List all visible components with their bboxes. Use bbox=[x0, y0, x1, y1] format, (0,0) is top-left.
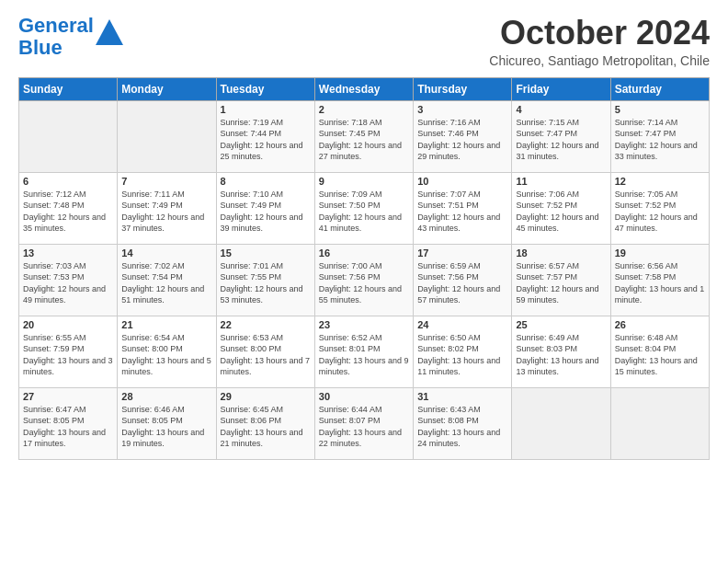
calendar-cell: 27Sunrise: 6:47 AM Sunset: 8:05 PM Dayli… bbox=[19, 387, 118, 459]
logo-icon bbox=[96, 19, 123, 45]
cell-info: Sunrise: 7:11 AM Sunset: 7:49 PM Dayligh… bbox=[121, 189, 211, 235]
day-header-thursday: Thursday bbox=[414, 77, 512, 100]
logo-general: General bbox=[18, 14, 94, 37]
logo: General Blue bbox=[18, 15, 123, 59]
cell-date-number: 3 bbox=[417, 104, 507, 115]
day-header-saturday: Saturday bbox=[610, 77, 709, 100]
cell-info: Sunrise: 7:14 AM Sunset: 7:47 PM Dayligh… bbox=[615, 117, 705, 163]
cell-date-number: 1 bbox=[221, 104, 311, 115]
cell-date-number: 20 bbox=[23, 319, 113, 330]
cell-date-number: 4 bbox=[516, 104, 606, 115]
calendar-cell: 4Sunrise: 7:15 AM Sunset: 7:47 PM Daylig… bbox=[512, 100, 610, 172]
cell-info: Sunrise: 6:50 AM Sunset: 8:02 PM Dayligh… bbox=[417, 332, 507, 378]
cell-info: Sunrise: 7:16 AM Sunset: 7:46 PM Dayligh… bbox=[417, 117, 507, 163]
cell-info: Sunrise: 6:59 AM Sunset: 7:56 PM Dayligh… bbox=[417, 260, 507, 306]
cell-info: Sunrise: 7:05 AM Sunset: 7:52 PM Dayligh… bbox=[615, 189, 705, 235]
cell-date-number: 31 bbox=[417, 391, 507, 402]
calendar-cell: 12Sunrise: 7:05 AM Sunset: 7:52 PM Dayli… bbox=[610, 172, 709, 244]
cell-info: Sunrise: 6:47 AM Sunset: 8:05 PM Dayligh… bbox=[23, 404, 113, 450]
calendar-cell: 2Sunrise: 7:18 AM Sunset: 7:45 PM Daylig… bbox=[314, 100, 413, 172]
calendar-cell: 6Sunrise: 7:12 AM Sunset: 7:48 PM Daylig… bbox=[19, 172, 118, 244]
calendar-cell: 15Sunrise: 7:01 AM Sunset: 7:55 PM Dayli… bbox=[216, 244, 314, 316]
calendar-cell: 26Sunrise: 6:48 AM Sunset: 8:04 PM Dayli… bbox=[610, 316, 709, 387]
calendar-cell: 10Sunrise: 7:07 AM Sunset: 7:51 PM Dayli… bbox=[414, 172, 512, 244]
cell-date-number: 18 bbox=[516, 247, 606, 259]
calendar-week-row: 1Sunrise: 7:19 AM Sunset: 7:44 PM Daylig… bbox=[19, 100, 710, 172]
calendar-cell: 16Sunrise: 7:00 AM Sunset: 7:56 PM Dayli… bbox=[314, 244, 413, 316]
cell-info: Sunrise: 7:18 AM Sunset: 7:45 PM Dayligh… bbox=[319, 117, 409, 163]
cell-date-number: 24 bbox=[417, 319, 507, 330]
cell-date-number: 30 bbox=[319, 391, 409, 402]
cell-date-number: 8 bbox=[221, 176, 311, 187]
svg-marker-0 bbox=[96, 19, 123, 45]
calendar-week-row: 6Sunrise: 7:12 AM Sunset: 7:48 PM Daylig… bbox=[19, 172, 710, 244]
calendar-cell bbox=[610, 387, 709, 459]
cell-date-number: 5 bbox=[615, 104, 705, 115]
cell-date-number: 28 bbox=[121, 391, 211, 402]
calendar-week-row: 20Sunrise: 6:55 AM Sunset: 7:59 PM Dayli… bbox=[19, 316, 710, 387]
cell-date-number: 12 bbox=[615, 176, 705, 187]
cell-info: Sunrise: 6:45 AM Sunset: 8:06 PM Dayligh… bbox=[221, 404, 311, 450]
day-header-monday: Monday bbox=[118, 77, 216, 100]
calendar-cell: 28Sunrise: 6:46 AM Sunset: 8:05 PM Dayli… bbox=[118, 387, 216, 459]
header: General Blue October 2024 Chicureo, Sant… bbox=[18, 15, 710, 68]
calendar-cell: 3Sunrise: 7:16 AM Sunset: 7:46 PM Daylig… bbox=[414, 100, 512, 172]
cell-info: Sunrise: 7:00 AM Sunset: 7:56 PM Dayligh… bbox=[319, 260, 409, 306]
calendar-cell: 21Sunrise: 6:54 AM Sunset: 8:00 PM Dayli… bbox=[118, 316, 216, 387]
cell-date-number: 13 bbox=[23, 247, 113, 259]
calendar-table: SundayMondayTuesdayWednesdayThursdayFrid… bbox=[18, 77, 710, 460]
cell-info: Sunrise: 7:15 AM Sunset: 7:47 PM Dayligh… bbox=[516, 117, 606, 163]
cell-info: Sunrise: 6:57 AM Sunset: 7:57 PM Dayligh… bbox=[516, 260, 606, 306]
cell-date-number: 23 bbox=[319, 319, 409, 330]
cell-date-number: 27 bbox=[23, 391, 113, 402]
calendar-cell: 19Sunrise: 6:56 AM Sunset: 7:58 PM Dayli… bbox=[610, 244, 709, 316]
calendar-cell: 23Sunrise: 6:52 AM Sunset: 8:01 PM Dayli… bbox=[314, 316, 413, 387]
page: General Blue October 2024 Chicureo, Sant… bbox=[0, 0, 728, 475]
day-header-wednesday: Wednesday bbox=[314, 77, 413, 100]
cell-info: Sunrise: 7:09 AM Sunset: 7:50 PM Dayligh… bbox=[319, 189, 409, 235]
cell-info: Sunrise: 7:19 AM Sunset: 7:44 PM Dayligh… bbox=[221, 117, 311, 163]
cell-date-number: 19 bbox=[615, 247, 705, 259]
logo-text: General Blue bbox=[18, 15, 94, 59]
cell-date-number: 21 bbox=[121, 319, 211, 330]
cell-info: Sunrise: 7:06 AM Sunset: 7:52 PM Dayligh… bbox=[516, 189, 606, 235]
calendar-cell bbox=[118, 100, 216, 172]
calendar-cell: 31Sunrise: 6:43 AM Sunset: 8:08 PM Dayli… bbox=[414, 387, 512, 459]
cell-date-number: 29 bbox=[221, 391, 311, 402]
day-header-friday: Friday bbox=[512, 77, 610, 100]
cell-date-number: 11 bbox=[516, 176, 606, 187]
calendar-cell: 7Sunrise: 7:11 AM Sunset: 7:49 PM Daylig… bbox=[118, 172, 216, 244]
calendar-cell: 9Sunrise: 7:09 AM Sunset: 7:50 PM Daylig… bbox=[314, 172, 413, 244]
logo-blue: Blue bbox=[18, 36, 63, 59]
cell-date-number: 7 bbox=[121, 176, 211, 187]
cell-info: Sunrise: 7:07 AM Sunset: 7:51 PM Dayligh… bbox=[417, 189, 507, 235]
cell-info: Sunrise: 6:53 AM Sunset: 8:00 PM Dayligh… bbox=[221, 332, 311, 378]
calendar-header-row: SundayMondayTuesdayWednesdayThursdayFrid… bbox=[19, 77, 710, 100]
cell-date-number: 2 bbox=[319, 104, 409, 115]
cell-info: Sunrise: 6:49 AM Sunset: 8:03 PM Dayligh… bbox=[516, 332, 606, 378]
cell-info: Sunrise: 6:56 AM Sunset: 7:58 PM Dayligh… bbox=[615, 260, 705, 306]
cell-info: Sunrise: 6:54 AM Sunset: 8:00 PM Dayligh… bbox=[121, 332, 211, 378]
title-section: October 2024 Chicureo, Santiago Metropol… bbox=[489, 15, 710, 68]
cell-date-number: 14 bbox=[121, 247, 211, 259]
calendar-cell: 24Sunrise: 6:50 AM Sunset: 8:02 PM Dayli… bbox=[414, 316, 512, 387]
calendar-cell: 29Sunrise: 6:45 AM Sunset: 8:06 PM Dayli… bbox=[216, 387, 314, 459]
calendar-cell: 30Sunrise: 6:44 AM Sunset: 8:07 PM Dayli… bbox=[314, 387, 413, 459]
cell-info: Sunrise: 7:03 AM Sunset: 7:53 PM Dayligh… bbox=[23, 260, 113, 306]
calendar-cell: 20Sunrise: 6:55 AM Sunset: 7:59 PM Dayli… bbox=[19, 316, 118, 387]
day-header-tuesday: Tuesday bbox=[216, 77, 314, 100]
calendar-cell bbox=[512, 387, 610, 459]
location-subtitle: Chicureo, Santiago Metropolitan, Chile bbox=[489, 53, 710, 68]
cell-date-number: 26 bbox=[615, 319, 705, 330]
cell-info: Sunrise: 7:01 AM Sunset: 7:55 PM Dayligh… bbox=[221, 260, 311, 306]
cell-date-number: 16 bbox=[319, 247, 409, 259]
calendar-cell: 13Sunrise: 7:03 AM Sunset: 7:53 PM Dayli… bbox=[19, 244, 118, 316]
calendar-week-row: 27Sunrise: 6:47 AM Sunset: 8:05 PM Dayli… bbox=[19, 387, 710, 459]
cell-date-number: 6 bbox=[23, 176, 113, 187]
cell-info: Sunrise: 6:48 AM Sunset: 8:04 PM Dayligh… bbox=[615, 332, 705, 378]
cell-info: Sunrise: 6:44 AM Sunset: 8:07 PM Dayligh… bbox=[319, 404, 409, 450]
calendar-cell: 22Sunrise: 6:53 AM Sunset: 8:00 PM Dayli… bbox=[216, 316, 314, 387]
day-header-sunday: Sunday bbox=[19, 77, 118, 100]
cell-date-number: 10 bbox=[417, 176, 507, 187]
cell-date-number: 25 bbox=[516, 319, 606, 330]
